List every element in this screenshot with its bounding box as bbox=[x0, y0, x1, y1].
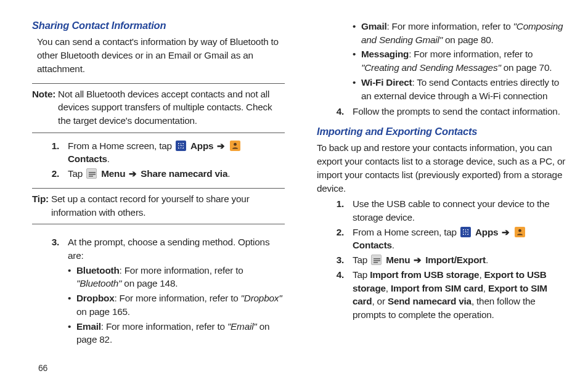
sep: , bbox=[483, 283, 488, 293]
step-number: 3. bbox=[317, 253, 353, 267]
step-4: 4. Follow the prompts to send the contac… bbox=[317, 105, 570, 118]
menu-icon bbox=[371, 255, 382, 265]
steps-list-1: 1. From a Home screen, tap Apps ➔ Contac… bbox=[32, 139, 285, 181]
step-2: 2. Tap Menu ➔ Share namecard via. bbox=[32, 167, 285, 181]
menu-icon bbox=[86, 168, 97, 179]
bullet-icon: • bbox=[353, 76, 361, 102]
svg-rect-5 bbox=[374, 258, 380, 259]
tip-body: Set up a contact record for yourself to … bbox=[51, 192, 285, 219]
menu-label: Menu bbox=[101, 168, 125, 179]
contacts-label: Contacts bbox=[68, 153, 107, 164]
step-text: Tap bbox=[353, 255, 370, 265]
sending-options-cont: • Gmail: For more information, refer to … bbox=[353, 20, 570, 102]
step-1: 1. From a Home screen, tap Apps ➔ Contac… bbox=[32, 139, 285, 166]
step-number: 1. bbox=[32, 139, 68, 166]
opt-tail: on page 148. bbox=[121, 278, 178, 288]
tip-box: Tip: Set up a contact record for yoursel… bbox=[32, 188, 285, 224]
step-text: From a Home screen, tap bbox=[68, 141, 174, 151]
note-box: Note: Not all Bluetooth devices accept c… bbox=[32, 83, 285, 133]
bullet-icon: • bbox=[68, 264, 76, 290]
svg-rect-3 bbox=[89, 176, 93, 177]
contacts-icon bbox=[515, 227, 525, 237]
intro2-paragraph: To back up and restore your contacts inf… bbox=[317, 141, 570, 195]
contacts-label: Contacts bbox=[353, 240, 392, 250]
bullet-icon: • bbox=[353, 20, 361, 46]
sending-options-list: • Bluetooth: For more information, refer… bbox=[68, 264, 285, 346]
period: . bbox=[227, 168, 230, 179]
option-bluetooth: • Bluetooth: For more information, refer… bbox=[68, 264, 285, 290]
menu-label: Menu bbox=[386, 255, 410, 265]
manual-page: Sharing Contact Information You can send… bbox=[0, 0, 588, 381]
opt-label: Messaging bbox=[361, 49, 409, 59]
opt-label: Gmail bbox=[361, 21, 387, 31]
bullet-icon: • bbox=[353, 47, 361, 74]
opt-text: : For more information, refer to bbox=[409, 49, 533, 59]
bullet-icon: • bbox=[68, 292, 76, 318]
left-column: Sharing Contact Information You can send… bbox=[32, 18, 285, 375]
contacts-icon bbox=[230, 141, 240, 151]
sep-or: , or bbox=[372, 296, 388, 306]
step-text: Follow the prompts to send the contact i… bbox=[353, 105, 570, 118]
heading-sharing-contact-info: Sharing Contact Information bbox=[32, 18, 285, 33]
steps-list-3: 4. Follow the prompts to send the contac… bbox=[317, 105, 570, 118]
opt-ref: "Creating and Sending Messages" bbox=[361, 62, 501, 73]
step-3: 3. At the prompt, choose a sending metho… bbox=[32, 235, 285, 348]
import-export-label: Import/Export bbox=[425, 255, 486, 265]
ie-step-4: 4. Tap Import from USB storage, Export t… bbox=[317, 268, 570, 322]
right-column: • Gmail: For more information, refer to … bbox=[317, 18, 570, 375]
arrow-icon: ➔ bbox=[128, 168, 138, 179]
opt-ref: "Email" bbox=[227, 321, 257, 332]
arrow-icon: ➔ bbox=[216, 141, 226, 151]
ie-step-2: 2. From a Home screen, tap Apps ➔ Contac… bbox=[317, 226, 570, 252]
opt-ref: "Dropbox" bbox=[241, 293, 282, 303]
apps-label: Apps bbox=[190, 141, 213, 151]
opt-tail: on page 80. bbox=[443, 35, 494, 45]
option-wifi-direct: • Wi-Fi Direct: To send Contacts entries… bbox=[353, 76, 570, 102]
tip-label: Tip: bbox=[32, 192, 51, 219]
svg-rect-7 bbox=[374, 262, 378, 263]
step-number: 4. bbox=[317, 105, 353, 118]
opt-label: Dropbox bbox=[76, 293, 114, 303]
opt-ref: "Bluetooth" bbox=[76, 278, 121, 288]
svg-rect-6 bbox=[374, 260, 380, 261]
period: . bbox=[392, 240, 394, 250]
intro-paragraph: You can send a contact's information by … bbox=[37, 35, 285, 75]
step-text: At the prompt, choose a sending method. … bbox=[68, 237, 269, 261]
sep: , bbox=[386, 283, 391, 293]
opt-import-usb: Import from USB storage bbox=[370, 269, 479, 280]
opt-text: : For more information, refer to bbox=[387, 21, 513, 31]
opt-tail: on page 70. bbox=[501, 62, 552, 73]
heading-import-export: Importing and Exporting Contacts bbox=[317, 125, 570, 139]
step-number: 4. bbox=[317, 268, 353, 322]
bullet-icon: • bbox=[68, 320, 76, 346]
steps-list-4: 1. Use the USB cable to connect your dev… bbox=[317, 197, 570, 321]
opt-tail: on page 165. bbox=[76, 306, 130, 317]
opt-import-sim: Import from SIM card bbox=[391, 283, 483, 293]
step-number: 3. bbox=[32, 235, 68, 348]
opt-text: : For more information, refer to bbox=[120, 265, 243, 276]
opt-label: Bluetooth bbox=[76, 265, 120, 276]
svg-rect-2 bbox=[89, 174, 96, 175]
opt-text: : For more information, refer to bbox=[114, 293, 240, 303]
ie-step-1: 1. Use the USB cable to connect your dev… bbox=[317, 197, 570, 224]
ie-step-3: 3. Tap Menu ➔ Import/Export. bbox=[317, 253, 570, 267]
period: . bbox=[107, 153, 110, 164]
sep: , bbox=[479, 269, 484, 280]
option-gmail: • Gmail: For more information, refer to … bbox=[353, 20, 570, 46]
option-dropbox: • Dropbox: For more information, refer t… bbox=[68, 292, 285, 318]
apps-icon bbox=[460, 227, 471, 237]
note-body: Not all Bluetooth devices accept contact… bbox=[58, 88, 285, 128]
apps-icon bbox=[176, 141, 186, 151]
step-number: 1. bbox=[317, 197, 353, 224]
step-number: 2. bbox=[32, 167, 68, 181]
apps-label: Apps bbox=[475, 227, 498, 237]
svg-point-4 bbox=[518, 229, 521, 232]
step-text: Tap bbox=[68, 168, 85, 179]
period: . bbox=[486, 255, 488, 265]
step-text: Use the USB cable to connect your device… bbox=[353, 197, 570, 224]
opt-label: Email bbox=[76, 321, 101, 332]
option-email: • Email: For more information, refer to … bbox=[68, 320, 285, 346]
step-number: 2. bbox=[317, 226, 353, 252]
option-messaging: • Messaging: For more information, refer… bbox=[353, 47, 570, 74]
opt-send-namecard: Send namecard via bbox=[388, 296, 472, 306]
